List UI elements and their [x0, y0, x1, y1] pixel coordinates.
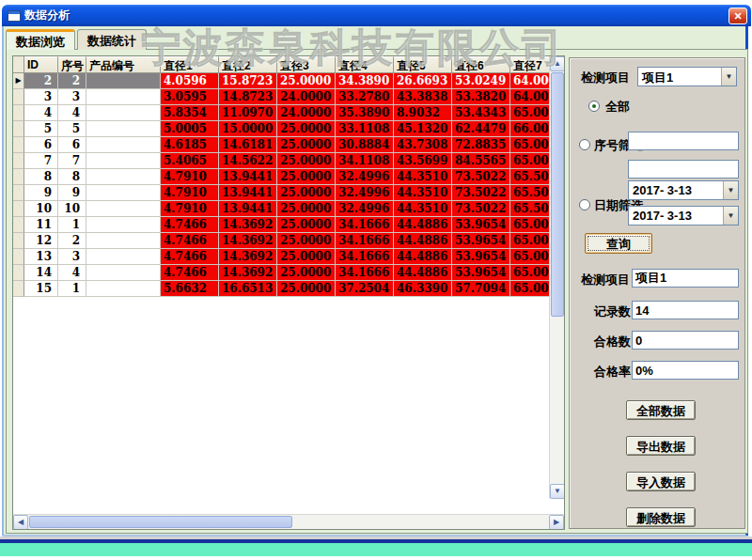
table-row[interactable]: 1114.746614.369225.000034.166644.488653.… — [13, 217, 549, 233]
column-header[interactable]: 序号 — [58, 56, 86, 73]
cell[interactable]: 24.0000 — [277, 105, 336, 121]
tab-data-stats[interactable]: 数据统计 — [77, 29, 147, 50]
cell[interactable]: 3 — [58, 249, 86, 265]
column-header[interactable]: 直径3 — [277, 56, 336, 73]
cell[interactable]: 5.4065 — [161, 153, 219, 169]
cell[interactable]: 5 — [24, 121, 58, 137]
row-selector[interactable] — [13, 121, 24, 137]
cell[interactable]: 25.0000 — [277, 233, 336, 249]
export-data-button[interactable]: 导出数据 — [626, 436, 696, 456]
cell[interactable]: 45.1320 — [394, 121, 452, 137]
scroll-up-icon[interactable]: ▲ — [550, 56, 565, 71]
detect-item-dropdown[interactable]: 项目1 ▼ — [637, 67, 737, 86]
cell[interactable]: 73.5022 — [452, 169, 510, 185]
cell[interactable]: 65.0000 — [510, 265, 549, 281]
pass-rate-field[interactable] — [632, 361, 739, 380]
pass-count-field[interactable] — [632, 331, 739, 350]
cell[interactable]: 25.0000 — [277, 249, 336, 265]
cell[interactable] — [86, 233, 161, 249]
title-bar[interactable]: 数据分析 ✕ — [2, 5, 751, 26]
cell[interactable] — [86, 185, 161, 201]
horizontal-scroll-thumb[interactable] — [29, 516, 292, 528]
cell[interactable]: 25.0000 — [277, 281, 336, 297]
cell[interactable]: 4 — [24, 105, 58, 121]
cell[interactable]: 72.8835 — [452, 137, 510, 153]
cell[interactable]: 33.1108 — [336, 121, 394, 137]
cell[interactable]: 15.8723 — [219, 73, 277, 89]
cell[interactable]: 14.3692 — [219, 217, 277, 233]
cell[interactable]: 7 — [24, 153, 58, 169]
cell[interactable]: 3 — [58, 89, 86, 105]
cell[interactable]: 10 — [24, 201, 58, 217]
cell[interactable]: 7 — [58, 153, 86, 169]
cell[interactable] — [86, 201, 161, 217]
cell[interactable]: 43.5699 — [394, 153, 452, 169]
cell[interactable]: 14.3692 — [219, 233, 277, 249]
cell[interactable]: 65.0000 — [510, 217, 549, 233]
cell[interactable]: 14.6181 — [219, 137, 277, 153]
column-header[interactable]: 产品编号 — [86, 56, 161, 73]
cell[interactable]: 32.4996 — [336, 169, 394, 185]
cell[interactable]: 5.0005 — [161, 121, 219, 137]
current-row-indicator-icon[interactable]: ▶ — [13, 73, 24, 89]
tab-data-browse[interactable]: 数据浏览 — [6, 29, 75, 50]
cell[interactable]: 25.0000 — [277, 153, 336, 169]
column-header[interactable]: 直径7 — [510, 56, 549, 73]
column-header[interactable]: 直径6 — [452, 56, 510, 73]
cell[interactable]: 34.3890 — [336, 73, 394, 89]
cell[interactable]: 65.5000 — [510, 169, 549, 185]
cell[interactable]: 2 — [58, 233, 86, 249]
cell[interactable]: 44.3510 — [394, 185, 452, 201]
row-selector[interactable] — [13, 233, 24, 249]
cell[interactable]: 14.3692 — [219, 265, 277, 281]
cell[interactable]: 4.7466 — [161, 233, 219, 249]
scroll-down-icon[interactable]: ▼ — [550, 484, 565, 499]
cell[interactable]: 30.8884 — [336, 137, 394, 153]
cell[interactable]: 16.6513 — [219, 281, 277, 297]
cell[interactable]: 53.9654 — [452, 217, 510, 233]
cell[interactable]: 34.1666 — [336, 249, 394, 265]
cell[interactable] — [86, 89, 161, 105]
cell[interactable]: 3.0595 — [161, 89, 219, 105]
cell[interactable]: 4.7466 — [161, 265, 219, 281]
cell[interactable]: 11.0970 — [219, 105, 277, 121]
column-header[interactable]: 直径2 — [219, 56, 277, 73]
cell[interactable]: 44.3510 — [394, 201, 452, 217]
table-row[interactable]: 333.059514.872324.000033.278043.383853.3… — [13, 89, 549, 105]
cell[interactable]: 14.5622 — [219, 153, 277, 169]
cell[interactable]: 10 — [58, 201, 86, 217]
vertical-scroll-thumb[interactable] — [551, 72, 564, 317]
cell[interactable]: 6 — [58, 137, 86, 153]
row-selector[interactable] — [13, 169, 24, 185]
cell[interactable]: 13.9441 — [219, 201, 277, 217]
import-data-button[interactable]: 导入数据 — [626, 472, 696, 491]
cell[interactable] — [86, 169, 161, 185]
cell[interactable]: 44.3510 — [394, 169, 452, 185]
cell[interactable]: 4 — [58, 105, 86, 121]
cell[interactable]: 4.6185 — [161, 137, 219, 153]
cell[interactable]: 1 — [58, 281, 86, 297]
cell[interactable]: 8 — [58, 169, 86, 185]
cell[interactable]: 9 — [58, 185, 86, 201]
cell[interactable]: 34.1108 — [336, 153, 394, 169]
cell[interactable]: 25.0000 — [277, 185, 336, 201]
cell[interactable]: 53.4343 — [452, 105, 510, 121]
cell[interactable]: 13 — [24, 249, 58, 265]
query-button[interactable]: 查询 — [585, 233, 652, 254]
cell[interactable]: 13.9441 — [219, 169, 277, 185]
cell[interactable]: 34.1666 — [336, 265, 394, 281]
cell[interactable] — [86, 105, 161, 121]
delete-data-button[interactable]: 删除数据 — [626, 507, 696, 527]
close-button[interactable]: ✕ — [728, 8, 747, 24]
row-selector[interactable] — [13, 281, 24, 297]
table-row[interactable]: 1334.746614.369225.000034.166644.488653.… — [13, 249, 549, 265]
scroll-left-icon[interactable]: ◀ — [13, 515, 28, 530]
cell[interactable]: 15.0000 — [219, 121, 277, 137]
cell[interactable]: 53.0249 — [452, 73, 510, 89]
row-selector[interactable] — [13, 105, 24, 121]
cell[interactable]: 5 — [58, 121, 86, 137]
cell[interactable]: 44.4886 — [394, 249, 452, 265]
cell[interactable]: 5.8354 — [161, 105, 219, 121]
row-selector[interactable] — [13, 153, 24, 169]
cell[interactable] — [86, 265, 161, 281]
